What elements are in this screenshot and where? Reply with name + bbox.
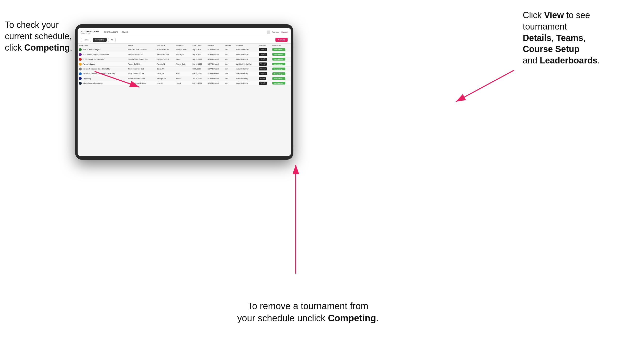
cell-division: NCAA Division I [206, 81, 224, 86]
cell-venue: Trinity Forest Golf Club [126, 67, 156, 71]
cell-city-state: Olympia Fields, IL [156, 57, 175, 62]
col-venue: VENUE [126, 44, 156, 47]
competing-button[interactable]: Competing ✓ [272, 58, 286, 60]
cell-venue: Ak-Chin Southern Dunes [126, 76, 156, 81]
cell-start-date: Sep 15, 2023 [191, 57, 206, 62]
cell-scoring: team, Stroke Play [235, 81, 258, 86]
nav-links: TOURNAMENTS TEAMS [104, 31, 128, 33]
filter-all[interactable]: All [108, 38, 116, 42]
competing-button[interactable]: Competing ✓ [272, 63, 286, 65]
col-start-date: START DATE [191, 44, 206, 47]
team-logo [79, 82, 82, 85]
table-container: EVENT NAME VENUE CITY, STATE HOSTED BY S… [78, 44, 291, 155]
col-actions: ACTIONS [258, 44, 271, 47]
cell-actions: ✏ Edit [258, 76, 271, 81]
col-division: DIVISION [206, 44, 224, 47]
view-button[interactable]: View ⓘ [259, 53, 267, 56]
table-row: 2023 Sahalee Players Championship Sahale… [78, 52, 291, 57]
cell-competing: Competing ✓ [271, 81, 291, 86]
cell-division: NCAA Division I [206, 57, 224, 62]
cell-venue: Papago Golf Club [126, 62, 156, 67]
view-button[interactable]: View ⓘ [259, 67, 267, 70]
team-logo [79, 72, 82, 75]
event-name-text: Folds of Honor Collegiate [83, 49, 100, 50]
cell-scoring: team, Match Play [235, 71, 258, 76]
competing-button[interactable]: Competing ✓ [272, 82, 286, 84]
col-competing: COMPETING [271, 44, 291, 47]
nav-teams[interactable]: TEAMS [122, 31, 128, 33]
cell-scoring: team, Stroke Play [235, 47, 258, 52]
cell-event-name: OFCC Fighting Illini Invitational [78, 57, 126, 62]
filter-home[interactable]: Home [81, 38, 91, 42]
view-button[interactable]: View ⓘ [259, 48, 267, 51]
cell-event-name: Copper Cup [78, 76, 126, 81]
cell-city-state: Grand Haven, MI [156, 47, 175, 52]
nav-user: Test User [272, 31, 280, 33]
event-name-text: Jackson T. Stephens Cup – Stroke Play [83, 68, 110, 70]
table-row: OFCC Fighting Illini Invitational Olympi… [78, 57, 291, 62]
cell-actions: View ⓘ [258, 81, 271, 86]
svg-line-3 [456, 70, 514, 102]
cell-gender: Men [224, 57, 235, 62]
nav-signout[interactable]: Sign out [281, 31, 288, 33]
view-button[interactable]: View ⓘ [259, 82, 267, 85]
cell-scoring: team, Stroke Play [235, 67, 258, 71]
view-button[interactable]: View ⓘ [259, 72, 267, 75]
competing-button[interactable]: Competing ✓ [272, 77, 286, 80]
team-logo [79, 53, 82, 56]
cell-gender: Men [224, 52, 235, 57]
cell-hosted-by: ABAC [175, 71, 191, 76]
cell-city-state: Dallas, TX [156, 71, 175, 76]
view-button[interactable]: View ⓘ [259, 58, 267, 61]
event-name-text: Jackson T. Stephens Cup – Men's Match Pl… [83, 73, 115, 75]
cell-division: NCAA Division I [206, 71, 224, 76]
cell-competing: Competing ✓ [271, 62, 291, 67]
tablet-screen: SCOREBOARD Powered by clippi TOURNAMENTS… [78, 28, 291, 156]
competing-button[interactable]: Competing ✓ [272, 53, 286, 56]
cell-competing: Competing ✓ [271, 52, 291, 57]
cell-event-name: Papago Individual [78, 62, 126, 67]
team-logo [79, 58, 82, 61]
cell-competing: Competing ✓ [271, 57, 291, 62]
cell-start-date: Sep 18, 2023 [191, 62, 206, 67]
table-row: Jackson T. Stephens Cup – Men's Match Pl… [78, 71, 291, 76]
nav-tournaments[interactable]: TOURNAMENTS [104, 31, 118, 33]
cell-gender: Men [224, 62, 235, 67]
col-city-state: CITY, STATE [156, 44, 175, 47]
nav-bar: SCOREBOARD Powered by clippi TOURNAMENTS… [78, 28, 291, 36]
competing-button[interactable]: Competing ✓ [272, 72, 286, 75]
annotation-top-right: Click View to see tournament Details, Te… [523, 10, 639, 66]
cell-venue: Olympia Fields Country Club [126, 57, 156, 62]
cell-division: NCAA Division I [206, 52, 224, 57]
cell-hosted-by: Washington [175, 52, 191, 57]
annotation-bottom: To remove a tournament from your schedul… [199, 300, 417, 324]
nav-right: Test User Sign out [267, 30, 288, 34]
scoreboard-powered: Powered by clippi [81, 33, 99, 34]
edit-button[interactable]: ✏ Edit [259, 77, 266, 80]
competing-button[interactable]: Competing ✓ [272, 48, 286, 51]
cell-start-date: Sep 4, 2023 [191, 47, 206, 52]
event-name-text: Copper Cup [83, 78, 91, 79]
cell-event-name: John A. Burns Intercollegiate [78, 81, 126, 86]
cell-city-state: Lihue, HI [156, 81, 175, 86]
event-name-text: 2023 Sahalee Players Championship [83, 53, 109, 55]
filter-bar: Home Competing All + Create [78, 36, 291, 44]
filter-competing[interactable]: Competing [92, 38, 107, 42]
event-name-text: John A. Burns Intercollegiate [83, 82, 103, 84]
cell-division: NCAA Division I [206, 76, 224, 81]
event-name-text: Papago Individual [83, 63, 95, 65]
cell-actions: View ⓘ [258, 52, 271, 57]
cell-start-date: Jan 14, 2024 [191, 76, 206, 81]
table-row: Papago Individual Papago Golf Club Phoen… [78, 62, 291, 67]
cell-start-date: Sep 9, 2023 [191, 52, 206, 57]
user-icon [267, 30, 270, 34]
tablet-frame: SCOREBOARD Powered by clippi TOURNAMENTS… [75, 24, 294, 160]
competing-button[interactable]: Competing ✓ [272, 68, 286, 70]
cell-competing: Competing ✓ [271, 76, 291, 81]
view-button[interactable]: View ⓘ [259, 62, 267, 66]
cell-actions: View ⓘ [258, 47, 271, 52]
cell-actions: View ⓘ [258, 62, 271, 67]
cell-actions: View ⓘ [258, 57, 271, 62]
cell-hosted-by [175, 67, 191, 71]
create-button[interactable]: + Create [276, 38, 288, 42]
